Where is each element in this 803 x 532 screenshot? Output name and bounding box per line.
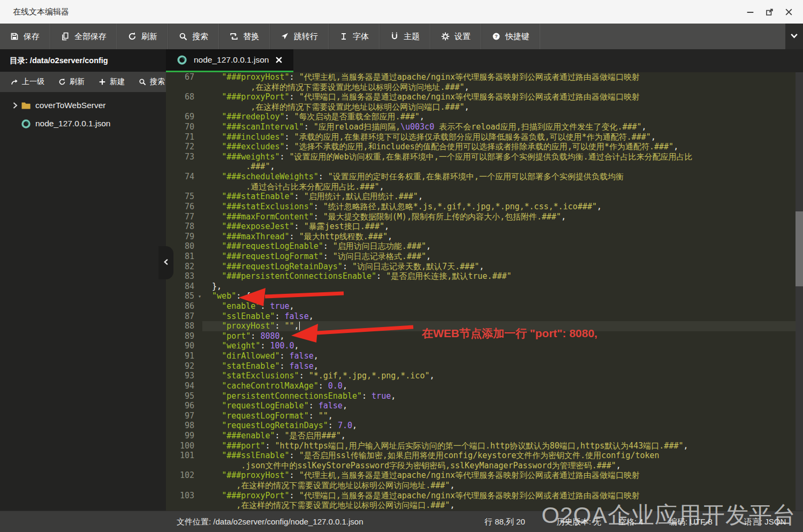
code-text[interactable]: "###maxThread": "最大http线程数.###", [202,232,803,242]
code-text[interactable]: "statExclusions": "*.gif,*.jpg,*.png,*.i… [202,371,803,381]
code-line[interactable]: 93 "statExclusions": "*.gif,*.jpg,*.png,… [166,371,803,381]
code-text[interactable]: "###excludes": "选择不承载的应用,和includes的值配合使用… [202,142,803,152]
code-text[interactable]: "proxyHost": "", [202,321,803,331]
code-text[interactable]: "###proxyHost": "代理主机,当服务器是通过apache/ngin… [202,72,803,82]
code-text[interactable]: "###weights": "设置应用的Web访问权重,在集群环境中,一个应用可… [202,152,803,162]
tree-item-file-node-json[interactable]: node_127.0.0.1.json [0,115,166,133]
toolbar-button-theme[interactable]: 主题 [380,24,430,49]
code-text[interactable]: "###maxFormContent": "最大提交数据限制(M),限制有所上传… [202,212,803,222]
chevron-right-icon[interactable] [11,101,19,110]
code-line[interactable]: 79 "###maxThread": "最大http线程数.###", [166,232,803,242]
code-line[interactable]: 103 "###proxyPort": "代理端口,当服务器是通过apache/… [166,491,803,501]
maximize-icon[interactable] [763,6,775,18]
code-line[interactable]: 83 "###persistentConnectionsEnable": "是否… [166,271,803,282]
status-spaces[interactable]: 空格: 4 [618,511,643,532]
code-text[interactable]: "###proxyPort": "代理端口,当服务器是通过apache/ngin… [202,491,803,501]
code-text[interactable]: "###requestLogEnable": "启用访问日志功能.###", [202,241,803,252]
code-text[interactable]: "###requestLogFormat": "访问日志记录格式.###", [202,252,803,262]
code-line[interactable]: 68 "###proxyPort": "代理端口,当服务器是通过apache/n… [166,92,803,102]
code-text[interactable]: "###scanInterval": "应用reload扫描间隔,\u003c0… [202,122,803,132]
code-text[interactable]: "requestLogFormat": "", [202,411,803,421]
code-line-wrap[interactable]: .通过合计占比来分配应用占比.###", [166,182,803,192]
code-text[interactable]: "###port": "http/https端口,用户输入网址后实际访问的第一个… [202,441,803,451]
code-line[interactable]: 72 "###excludes": "选择不承载的应用,和includes的值配… [166,142,803,152]
sidebar-tool-up-level[interactable]: 上一级 [11,77,44,87]
toolbar-button-settings[interactable]: 设置 [430,24,481,49]
scrollbar-thumb[interactable] [796,211,803,286]
code-text[interactable]: "###scheduleWeights": "设置应用的定时任务权重,在集群环境… [202,172,803,182]
code-text[interactable]: }, [202,282,803,292]
code-text[interactable]: "weight": 100.0, [202,341,803,351]
code-text[interactable]: "###proxyHost": "代理主机,当服务器是通过apache/ngin… [202,470,803,481]
code-text[interactable]: ,在这样的情况下需要设置此地址以标明公网访问地址.###", [202,82,803,93]
toolbar-button-save-all[interactable]: 全部保存 [50,24,117,49]
code-line-wrap[interactable]: ,在这样的情况下需要设置此地址以标明公网访问地址.###", [166,481,803,491]
code-line[interactable]: 87 "sslEnable": false, [166,311,803,322]
code-text[interactable]: "port": 8080, [202,331,803,341]
code-line[interactable]: 71 "###includes": "承载的应用,在集群环境下可以选择仅承载部分… [166,132,803,142]
code-line[interactable]: 77 "###maxFormContent": "最大提交数据限制(M),限制有… [166,212,803,222]
code-text[interactable]: ,在这样的情况下需要设置此地址以标明公网访问端口.###", [202,500,803,511]
code-text[interactable]: "###redeploy": "每次启动是否重载全部应用.###", [202,112,803,122]
code-line[interactable]: 76 "###statExclusions": "统计忽略路径,默认忽略*.js… [166,202,803,212]
code-text[interactable]: ,在这样的情况下需要设置此地址以标明公网访问端口.###", [202,102,803,112]
sidebar-tool-search[interactable]: 搜索 [139,77,165,87]
code-line[interactable]: 75 "###statEnable": "启用统计,默认启用统计.###", [166,192,803,202]
code-line[interactable]: 91 "dirAllowed": false, [166,351,803,361]
code-text[interactable]: "statEnable": false, [202,361,803,371]
code-line[interactable]: 100 "###port": "http/https端口,用户输入网址后实际访问… [166,441,803,451]
code-line[interactable]: 70 "###scanInterval": "应用reload扫描间隔,\u00… [166,122,803,132]
status-language[interactable]: 语言: JSON [744,511,786,532]
code-line[interactable]: 86 "enable": true, [166,301,803,311]
code-line-wrap[interactable]: .###", [166,162,803,172]
editor-scrollbar[interactable] [796,72,803,511]
code-text[interactable]: "requestLogRetainDays": 7.0, [202,421,803,431]
code-text[interactable]: .通过合计占比来分配应用占比.###", [202,182,803,192]
code-line[interactable]: 101 "###sslEnable": "是否启用ssl传输加密,如果启用将使用… [166,451,803,461]
code-line[interactable]: 90 "weight": 100.0, [166,341,803,351]
code-line[interactable]: 73 "###weights": "设置应用的Web访问权重,在集群环境中,一个… [166,152,803,162]
toolbar-button-save[interactable]: 保存 [0,24,50,49]
code-line[interactable]: 96 "requestLogEnable": false, [166,401,803,411]
code-text[interactable]: "###enable": "是否启用###", [202,431,803,441]
code-text[interactable]: .###", [202,162,803,172]
close-icon[interactable] [783,6,794,18]
code-text[interactable]: "###statEnable": "启用统计,默认启用统计.###", [202,192,803,202]
sidebar-collapse-handle[interactable] [158,246,173,279]
code-text[interactable]: "###includes": "承载的应用,在集群环境下可以选择仅承载部分应用以… [202,132,803,142]
code-line[interactable]: 89 "port": 8080, [166,331,803,341]
code-line-wrap[interactable]: ,在这样的情况下需要设置此地址以标明公网访问端口.###", [166,500,803,511]
code-text[interactable]: "sslEnable": false, [202,311,803,322]
code-line-wrap[interactable]: ,在这样的情况下需要设置此地址以标明公网访问地址.###", [166,82,803,93]
code-line-wrap[interactable]: .json文件中的sslKeyStorePassword字段为密钥密码,sslK… [166,461,803,471]
toolbar-collapse-button[interactable] [785,24,803,49]
code-line[interactable]: 74 "###scheduleWeights": "设置应用的定时任务权重,在集… [166,172,803,182]
code-text[interactable]: "###requestLogRetainDays": "访问日志记录天数,默认7… [202,262,803,272]
minimize-icon[interactable] [744,6,756,18]
toolbar-button-replace[interactable]: 替换 [219,24,270,49]
tree-item-folder-coverToWebServer[interactable]: coverToWebServer [0,96,166,115]
toolbar-button-search[interactable]: 搜索 [168,24,219,49]
code-text[interactable]: .json文件中的sslKeyStorePassword字段为密钥密码,sslK… [202,461,803,471]
code-line[interactable]: 80 "###requestLogEnable": "启用访问日志功能.###"… [166,241,803,252]
code-text[interactable]: ,在这样的情况下需要设置此地址以标明公网访问地址.###", [202,481,803,491]
toolbar-button-shortcuts[interactable]: ?快捷键 [481,24,540,49]
fold-marker-icon[interactable]: ▾ [198,292,201,302]
code-line[interactable]: 94 "cacheControlMaxAge": 0.0, [166,381,803,391]
code-text[interactable]: "###proxyPort": "代理端口,当服务器是通过apache/ngin… [202,92,803,102]
code-text[interactable]: "enable": true, [202,301,803,311]
code-line[interactable]: 102 "###proxyHost": "代理主机,当服务器是通过apache/… [166,470,803,481]
code-text[interactable]: "###persistentConnectionsEnable": "是否启用长… [202,271,803,282]
status-encoding[interactable]: 编码: UTF-8 [669,511,713,532]
code-line-wrap[interactable]: ,在这样的情况下需要设置此地址以标明公网访问端口.###", [166,102,803,112]
code-area[interactable]: 67 "###proxyHost": "代理主机,当服务器是通过apache/n… [166,72,803,511]
code-line[interactable]: 84 }, [166,282,803,292]
code-text[interactable]: "###exposeJest": "暴露jest接口.###", [202,222,803,232]
code-line[interactable]: 98 "requestLogRetainDays": 7.0, [166,421,803,431]
code-line[interactable]: 92 "statEnable": false, [166,361,803,371]
code-line[interactable]: 85▾ "web": { [166,291,803,301]
tab-close-icon[interactable] [275,56,283,64]
toolbar-button-goto-line[interactable]: 跳转行 [270,24,329,49]
code-text[interactable]: "persistentConnectionsEnable": true, [202,391,803,401]
code-line[interactable]: 81 "###requestLogFormat": "访问日志记录格式.###"… [166,252,803,262]
